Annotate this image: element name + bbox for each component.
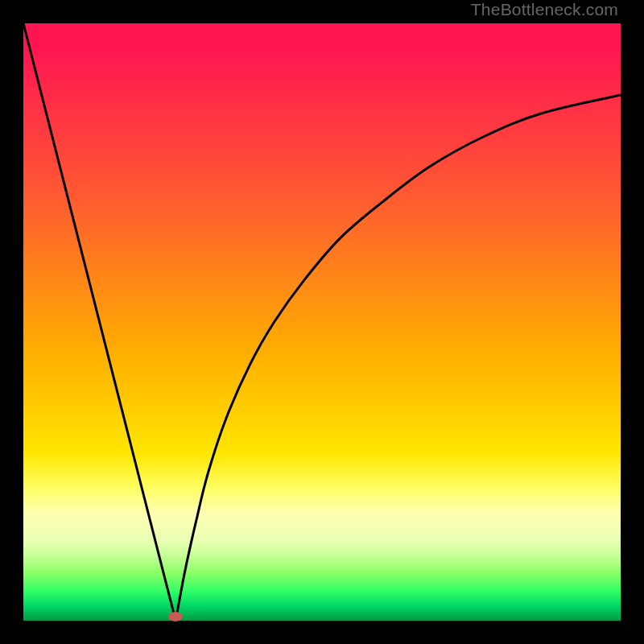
curve-svg	[23, 23, 621, 621]
right-branch-path	[175, 95, 621, 621]
plot-area	[23, 23, 621, 621]
minimum-marker	[168, 612, 183, 621]
watermark-label: TheBottleneck.com	[471, 0, 618, 19]
left-branch-path	[23, 23, 175, 621]
